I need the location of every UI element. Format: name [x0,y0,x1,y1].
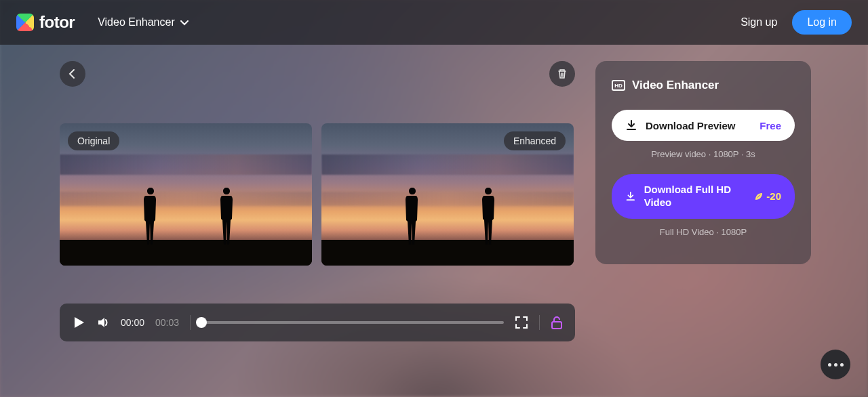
chevron-down-icon [180,16,189,28]
header-bar: fotor Video Enhancer Sign up Log in [0,0,868,45]
volume-icon [96,316,110,329]
download-preview-label: Download Preview [646,120,736,131]
dots-icon [840,363,844,367]
lock-icon [551,316,563,329]
panel-title: HD Video Enhancer [612,79,795,92]
brand-mark-icon [16,14,34,31]
preview-subtitle: Preview video · 1080P · 3s [612,149,795,159]
download-panel: HD Video Enhancer Download Preview Free … [595,61,811,264]
video-controls: 00:00 00:03 [60,304,575,341]
brand-name: fotor [39,13,75,32]
dots-icon [828,363,831,367]
enhanced-pane: Enhanced [321,123,574,266]
fullscreen-icon [515,316,528,329]
free-tag: Free [760,120,781,131]
fullscreen-button[interactable] [515,316,528,329]
tool-dropdown[interactable]: Video Enhancer [98,16,189,28]
hd-icon: HD [612,80,625,91]
duration: 00:03 [155,317,179,328]
original-pane: Original [60,123,312,266]
download-full-button[interactable]: Download Full HD Video -20 [612,174,795,219]
original-tag: Original [68,131,119,150]
signup-link[interactable]: Sign up [741,16,777,28]
seek-track[interactable] [201,321,504,324]
credit-cost-value: -20 [766,190,781,202]
separator [190,315,191,330]
download-full-label: Download Full HD Video [644,184,747,209]
credit-cost: -20 [754,190,781,202]
play-icon [72,316,85,329]
download-preview-button[interactable]: Download Preview Free [612,110,795,141]
lock-button[interactable] [551,316,563,329]
trash-icon [557,68,568,79]
download-icon [625,119,637,131]
back-button[interactable] [60,61,85,87]
more-menu-button[interactable] [821,350,850,379]
current-time: 00:00 [121,317,144,328]
full-subtitle: Full HD Video · 1080P [612,227,795,237]
panel-title-text: Video Enhancer [632,79,719,92]
download-icon [625,190,636,203]
separator [539,315,540,330]
brand-logo[interactable]: fotor [16,13,75,32]
chevron-left-icon [67,68,78,79]
enhanced-tag: Enhanced [504,131,566,150]
compare-view: Original Enhanced [60,123,575,266]
delete-button[interactable] [549,61,575,87]
dots-icon [834,363,837,367]
seek-thumb[interactable] [196,317,207,328]
play-button[interactable] [72,316,85,329]
leaf-icon [754,192,764,201]
tool-dropdown-label: Video Enhancer [98,16,175,28]
volume-button[interactable] [96,316,110,329]
svg-rect-0 [552,322,561,329]
login-button[interactable]: Log in [792,10,852,35]
